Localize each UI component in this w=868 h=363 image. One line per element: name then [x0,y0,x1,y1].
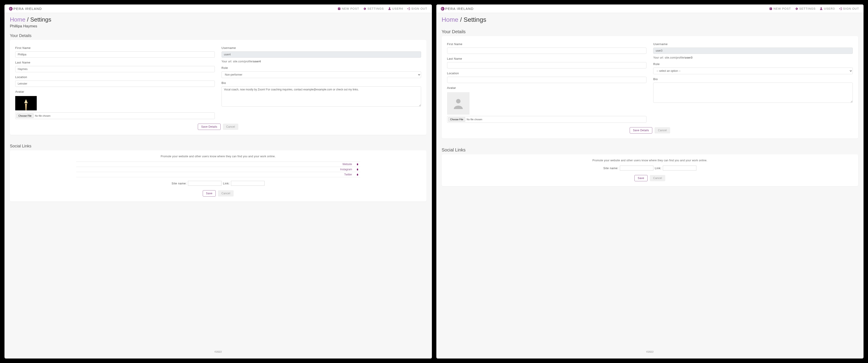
section-social: Social Links [436,144,864,155]
page-subtitle: Phillipa Haymes [10,24,427,28]
cancel-button[interactable]: Cancel [654,127,670,134]
social-promo: Promote your website and other users kno… [15,155,421,158]
brand-text: PERA IRELAND [13,7,42,10]
url-hint: Your url: site.com/profile/user4 [221,60,421,63]
section-social: Social Links [4,140,432,150]
nav-user[interactable]: USER4 [388,7,403,10]
plus-square-icon [338,7,341,10]
nav-sign-out[interactable]: SIGN OUT [407,7,427,10]
cancel-social-button[interactable]: Cancel [650,175,665,181]
bio-textarea[interactable] [653,83,853,103]
details-card: First Name Last Name Location Avatar Cho… [442,36,858,138]
brand[interactable]: O PERA IRELAND [9,7,42,10]
social-link[interactable]: Twitter [344,173,352,176]
social-row: Instagram [76,167,360,172]
label-last-name: Last Name [447,57,647,60]
user-icon [388,7,391,10]
first-name-input[interactable] [447,48,647,54]
label-role: Role [653,62,853,66]
bio-textarea[interactable] [221,86,421,107]
user-icon [819,7,823,10]
link-input[interactable] [231,181,265,186]
nav-new-post[interactable]: NEW POST [338,7,359,10]
location-input[interactable] [15,81,215,87]
breadcrumb: Home / Settings [10,16,427,23]
choose-file-button[interactable]: Choose File [448,117,465,121]
trash-icon[interactable] [356,168,359,171]
role-select[interactable]: -- select an option -- [653,67,853,74]
navbar: O PERA IRELAND NEW POST SETTINGS USER4 [4,4,432,13]
label-username: Username [221,46,421,50]
nav-new-post[interactable]: NEW POST [769,7,791,10]
cancel-button[interactable]: Cancel [223,123,239,130]
plus-square-icon [769,7,772,10]
brand-text: PERA IRELAND [445,7,474,10]
breadcrumb-current: Settings [464,16,486,23]
social-link[interactable]: Website [342,163,352,166]
label-site-name: Site name: [603,166,618,170]
social-card: Promote your website and other users kno… [442,155,858,186]
section-your-details: Your Details [4,30,432,40]
nav-settings[interactable]: SETTINGS [363,7,384,10]
nav-user[interactable]: USER3 [819,7,835,10]
footer: ©2022 [436,346,864,359]
label-link: Link: [655,166,661,170]
label-location: Location [447,72,647,75]
nav-sign-out[interactable]: SIGN OUT [839,7,859,10]
label-avatar: Avatar [447,86,647,89]
section-your-details: Your Details [436,26,864,36]
label-first-name: First Name [447,43,647,46]
link-input[interactable] [663,166,696,170]
trash-icon[interactable] [356,163,359,166]
site-name-input[interactable] [620,166,653,170]
role-select[interactable]: Non-performer [221,71,421,78]
first-name-input[interactable] [15,51,215,58]
social-promo: Promote your website and other users kno… [447,159,853,162]
breadcrumb-current: Settings [30,16,51,23]
details-card: First Name Last Name Location Avatar Cho… [10,40,427,135]
label-bio: Bio [653,77,853,81]
brand-logo-icon: O [441,7,444,10]
trash-icon[interactable] [356,173,359,176]
username-input [221,51,421,58]
save-social-button[interactable]: Save [634,175,648,181]
label-first-name: First Name [15,46,215,50]
label-link: Link: [223,182,229,185]
social-row: Twitter [76,172,360,177]
label-location: Location [15,75,215,79]
avatar-preview [15,96,37,110]
last-name-input[interactable] [15,66,215,72]
sign-out-icon [407,7,410,10]
file-status: No file chosen [467,118,482,121]
site-name-input[interactable] [188,181,221,186]
file-status: No file chosen [35,114,51,117]
breadcrumb-home[interactable]: Home [442,16,459,23]
label-username: Username [653,43,853,46]
label-avatar: Avatar [15,90,215,93]
save-details-button[interactable]: Save Details [198,123,221,130]
brand-logo-icon: O [9,7,12,10]
cancel-social-button[interactable]: Cancel [218,190,234,197]
label-last-name: Last Name [15,61,215,64]
nav-settings[interactable]: SETTINGS [795,7,815,10]
social-link[interactable]: Instagram [340,168,352,171]
last-name-input[interactable] [447,62,647,68]
footer: ©2022 [4,346,432,359]
save-details-button[interactable]: Save Details [630,127,652,134]
breadcrumb: Home / Settings [442,16,858,23]
choose-file-button[interactable]: Choose File [17,113,34,118]
social-row: Website [76,162,360,167]
navbar: O PERA IRELAND NEW POST SETTINGS USER3 [436,4,864,13]
social-card: Promote your website and other users kno… [10,150,427,201]
label-role: Role [221,66,421,69]
save-social-button[interactable]: Save [203,190,216,197]
location-input[interactable] [447,77,647,83]
label-bio: Bio [221,81,421,85]
gear-icon [795,7,798,10]
breadcrumb-home[interactable]: Home [10,16,25,23]
brand[interactable]: O PERA IRELAND [441,7,474,10]
username-input [653,48,853,54]
user-placeholder-icon [452,97,465,110]
label-site-name: Site name: [172,182,187,185]
avatar-placeholder [447,92,469,115]
